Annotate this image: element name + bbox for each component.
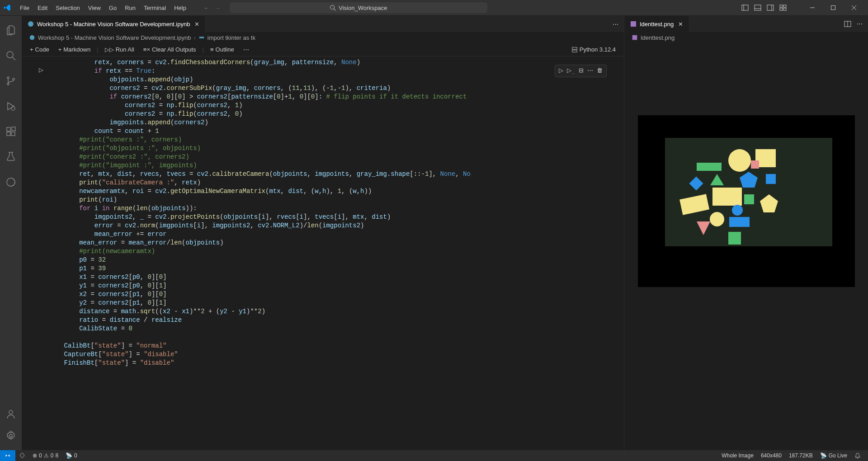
layout-toggle-sidebar-icon[interactable] [741, 4, 749, 11]
activity-bar [0, 16, 22, 450]
notebook-code-cell[interactable]: ▷ ▷… ⊟ ⋯ 🗑 ▷ retx, corners = cv2.findChe… [22, 56, 624, 450]
svg-rect-23 [7, 132, 10, 136]
svg-marker-50 [760, 194, 778, 212]
status-golive[interactable]: 📡Go Live [816, 450, 851, 461]
search-text: Vision_Workspace [339, 5, 387, 11]
menu-item-go[interactable]: Go [105, 3, 120, 13]
menu-item-terminal[interactable]: Terminal [140, 3, 170, 13]
status-whole-image[interactable]: Whole Image [718, 450, 757, 461]
split-cell-icon[interactable]: ⊟ [579, 67, 584, 75]
svg-rect-34 [631, 21, 636, 27]
activity-testing[interactable] [0, 146, 22, 168]
svg-marker-43 [740, 172, 758, 188]
search-icon [330, 5, 336, 11]
tab-label: Identtest.png [640, 21, 674, 28]
nb-add-markdown[interactable]: +Markdown [56, 45, 94, 54]
svg-rect-24 [11, 132, 15, 136]
cell-more-icon[interactable]: ⋯ [587, 67, 593, 75]
menu-bar: FileEditSelectionViewGoRunTerminalHelp [16, 3, 190, 13]
code-content[interactable]: retx, corners = cv2.findChessboardCorner… [49, 56, 624, 450]
menu-item-view[interactable]: View [85, 3, 104, 13]
layout-custom-icon[interactable] [779, 4, 787, 11]
svg-point-38 [728, 149, 751, 172]
nb-more[interactable]: ⋯ [241, 45, 252, 54]
search-icon [5, 50, 16, 61]
debug-icon [5, 101, 16, 112]
close-tab-icon[interactable]: ✕ [194, 21, 199, 28]
activity-source-control[interactable] [0, 70, 22, 92]
breadcrumb-left[interactable]: Workshop 5 - Machine Vision Software Dev… [22, 32, 624, 43]
svg-rect-37 [632, 35, 637, 40]
svg-rect-22 [7, 127, 10, 131]
broadcast-icon: 📡 [820, 452, 827, 459]
run-by-line-icon[interactable]: ▷… [567, 67, 575, 75]
run-cell-icon[interactable]: ▷ [559, 67, 563, 75]
svg-point-51 [710, 212, 724, 226]
activity-search[interactable] [0, 45, 22, 66]
nav-back-icon[interactable]: ← [203, 5, 209, 11]
menu-item-help[interactable]: Help [170, 3, 190, 13]
tab-more-icon[interactable]: ⋯ [857, 20, 863, 28]
layout-toggle-panel-icon[interactable] [754, 4, 761, 11]
svg-line-1 [334, 9, 336, 11]
svg-rect-44 [766, 174, 776, 184]
window-close-button[interactable] [844, 0, 864, 16]
tab-notebook[interactable]: Workshop 5 - Machine Vision Software Dev… [22, 16, 205, 32]
image-preview[interactable] [624, 43, 868, 450]
svg-rect-32 [572, 47, 577, 49]
svg-rect-10 [780, 8, 783, 10]
menu-item-run[interactable]: Run [121, 3, 139, 13]
svg-rect-8 [780, 5, 783, 7]
activity-accounts[interactable] [0, 403, 22, 425]
tab-more-icon[interactable]: ⋯ [613, 21, 618, 28]
nav-forward-icon[interactable]: → [215, 5, 221, 11]
layout-toggle-secondary-icon[interactable] [767, 4, 774, 11]
nb-kernel-picker[interactable]: Python 3.12.4 [569, 45, 618, 54]
svg-point-16 [7, 52, 13, 58]
status-ports[interactable]: 📡0 [62, 450, 81, 461]
nb-add-code[interactable]: +Code [27, 45, 52, 54]
svg-marker-53 [697, 221, 710, 235]
tab-image[interactable]: Identtest.png ✕ [624, 16, 689, 32]
menu-item-edit[interactable]: Edit [34, 3, 51, 13]
breadcrumb-right[interactable]: Identtest.png [624, 32, 868, 43]
git-branch-icon [5, 75, 16, 86]
svg-rect-33 [572, 50, 577, 52]
status-notifications[interactable] [851, 450, 864, 461]
activity-extensions[interactable] [0, 121, 22, 142]
command-center-search[interactable]: Vision_Workspace [230, 2, 487, 13]
plus-icon: + [58, 46, 62, 53]
status-launch[interactable] [15, 450, 29, 461]
jupyter-file-icon [29, 34, 35, 41]
svg-rect-11 [783, 8, 786, 10]
image-file-icon [632, 34, 638, 41]
account-icon [5, 409, 16, 419]
error-icon: ⊗ [33, 452, 37, 459]
svg-point-18 [7, 77, 9, 79]
nb-clear-outputs[interactable]: ≡×Clear All Outputs [141, 45, 199, 54]
menu-item-selection[interactable]: Selection [52, 3, 83, 13]
svg-point-29 [28, 21, 33, 27]
tab-bar-right: Identtest.png ✕ ⋯ [624, 16, 868, 32]
close-tab-icon[interactable]: ✕ [678, 21, 683, 28]
window-maximize-button[interactable] [823, 0, 844, 16]
activity-settings[interactable] [0, 425, 22, 447]
run-cell-gutter-icon[interactable]: ▷ [39, 66, 43, 450]
nb-run-all[interactable]: ▷▷Run All [102, 45, 137, 54]
split-editor-icon[interactable] [844, 20, 851, 28]
window-minimize-button[interactable] [802, 0, 823, 16]
delete-cell-icon[interactable]: 🗑 [597, 67, 603, 75]
breadcrumb-symbol: import tkinter as tk [208, 34, 255, 41]
extensions-icon [5, 126, 16, 137]
activity-jupyter[interactable] [0, 171, 22, 193]
activity-explorer[interactable] [0, 19, 22, 41]
nb-outline[interactable]: ≡Outline [208, 45, 237, 54]
activity-run-debug[interactable] [0, 95, 22, 117]
svg-rect-6 [767, 5, 774, 10]
menu-item-file[interactable]: File [16, 3, 33, 13]
remote-indicator[interactable] [0, 450, 15, 461]
status-problems[interactable]: ⊗0 ⚠0 8 [29, 450, 62, 461]
editor-group-right: Identtest.png ✕ ⋯ Identtest.png [624, 16, 868, 450]
svg-rect-31 [199, 37, 204, 38]
rocket-icon [19, 452, 25, 459]
